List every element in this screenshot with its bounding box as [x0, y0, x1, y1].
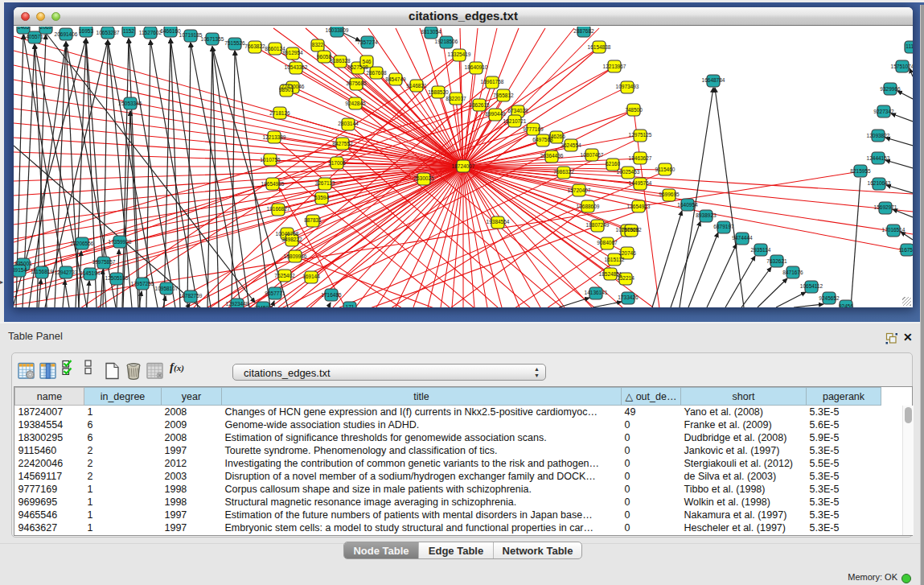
svg-text:9474444: 9474444 — [732, 235, 753, 241]
svg-text:1362615: 1362615 — [469, 102, 490, 108]
svg-text:252214: 252214 — [617, 275, 634, 281]
svg-text:3875685: 3875685 — [346, 80, 367, 86]
svg-text:9245652: 9245652 — [819, 295, 840, 301]
svg-text:12213389: 12213389 — [263, 134, 286, 140]
svg-text:12975125: 12975125 — [629, 132, 652, 138]
svg-text:2867608: 2867608 — [366, 70, 387, 76]
svg-text:18463627: 18463627 — [629, 155, 652, 161]
svg-text:17016514: 17016514 — [882, 227, 906, 233]
svg-text:1588520: 1588520 — [428, 89, 449, 95]
svg-text:12505185: 12505185 — [105, 275, 129, 281]
svg-text:6466160: 6466160 — [160, 28, 181, 34]
svg-text:746266: 746266 — [548, 134, 565, 139]
svg-text:8215955: 8215955 — [850, 168, 871, 174]
svg-text:20691406: 20691406 — [55, 31, 78, 37]
svg-text:887831: 887831 — [304, 217, 322, 223]
svg-text:10543362: 10543362 — [285, 64, 308, 70]
svg-text:8454749: 8454749 — [385, 76, 406, 82]
svg-text:18640910: 18640910 — [465, 64, 488, 70]
svg-text:16154838: 16154838 — [588, 44, 611, 50]
svg-text:748500: 748500 — [625, 107, 643, 113]
svg-text:19975857: 19975857 — [92, 259, 116, 265]
svg-text:10719185: 10719185 — [179, 32, 203, 38]
svg-text:9084067: 9084067 — [597, 240, 618, 245]
svg-text:16210643: 16210643 — [868, 180, 891, 186]
svg-text:8990448: 8990448 — [485, 111, 506, 117]
svg-text:12213967: 12213967 — [603, 64, 626, 69]
svg-text:2069: 2069 — [40, 27, 52, 30]
svg-text:9242845: 9242845 — [345, 101, 366, 106]
svg-text:1145194: 1145194 — [80, 270, 101, 276]
svg-text:9146821: 9146821 — [406, 83, 427, 89]
svg-text:8322: 8322 — [312, 42, 324, 47]
svg-text:14136141: 14136141 — [585, 290, 608, 295]
svg-text:3624554: 3624554 — [561, 142, 581, 148]
svg-text:1615112: 1615112 — [605, 257, 625, 262]
svg-text:3498222: 3498222 — [281, 237, 302, 242]
svg-text:6879197: 6879197 — [713, 224, 734, 229]
svg-text:9227342: 9227342 — [873, 109, 894, 114]
svg-text:15692971: 15692971 — [874, 204, 897, 210]
svg-text:18724007: 18724007 — [452, 163, 475, 169]
svg-text:835001: 835001 — [14, 261, 32, 266]
svg-text:546: 546 — [363, 59, 372, 64]
svg-text:9699695: 9699695 — [659, 192, 680, 197]
svg-text:18807249: 18807249 — [586, 222, 610, 228]
svg-text:171: 171 — [346, 304, 355, 307]
svg-text:20206556: 20206556 — [71, 241, 94, 246]
svg-text:6734028: 6734028 — [507, 108, 528, 113]
svg-text:10973493: 10973493 — [616, 84, 639, 89]
svg-text:1640954: 1640954 — [677, 202, 698, 208]
svg-text:2803144: 2803144 — [338, 121, 359, 126]
svg-text:1716485: 1716485 — [321, 292, 342, 298]
svg-text:19654985: 19654985 — [261, 181, 285, 187]
svg-text:39154: 39154 — [14, 267, 27, 273]
svg-text:13325419: 13325419 — [448, 51, 471, 57]
svg-text:169144: 169144 — [302, 274, 320, 279]
svg-text:7632621: 7632621 — [766, 258, 787, 264]
svg-text:7357274: 7357274 — [357, 39, 378, 45]
svg-text:12942737: 12942737 — [55, 270, 78, 275]
svg-text:10046758: 10046758 — [276, 231, 299, 237]
svg-text:9329966: 9329966 — [880, 86, 901, 92]
svg-text:7663822: 7663822 — [244, 43, 265, 49]
svg-text:2935114: 2935114 — [751, 247, 771, 253]
svg-text:9115460: 9115460 — [655, 167, 676, 172]
svg-text:8938923: 8938923 — [696, 212, 717, 218]
svg-text:16953: 16953 — [79, 28, 93, 34]
svg-text:8813054: 8813054 — [421, 29, 441, 35]
svg-text:15809946: 15809946 — [284, 253, 307, 259]
svg-text:92456: 92456 — [839, 303, 853, 307]
svg-text:12444153: 12444153 — [867, 155, 890, 161]
svg-text:8471676: 8471676 — [782, 270, 803, 275]
svg-text:10958107: 10958107 — [155, 286, 179, 291]
svg-text:11527602: 11527602 — [139, 30, 162, 35]
svg-text:1010755: 1010755 — [260, 157, 281, 163]
svg-text:3267113: 3267113 — [315, 180, 335, 186]
svg-text:8427552: 8427552 — [332, 141, 353, 146]
svg-text:120746: 120746 — [618, 250, 636, 256]
svg-text:7515526: 7515526 — [224, 40, 245, 46]
svg-text:15751074: 15751074 — [891, 64, 913, 69]
svg-text:62160: 62160 — [606, 161, 620, 167]
svg-text:1117: 1117 — [906, 43, 913, 49]
svg-text:12923448: 12923448 — [226, 301, 249, 307]
svg-text:16782759: 16782759 — [179, 293, 203, 299]
svg-text:16648784: 16648784 — [702, 77, 725, 83]
svg-text:14055712: 14055712 — [23, 34, 47, 39]
svg-text:1975692: 1975692 — [621, 227, 642, 233]
svg-text:98901: 98901 — [279, 87, 294, 93]
svg-text:1152: 1152 — [123, 28, 134, 34]
svg-text:16033809: 16033809 — [326, 27, 349, 33]
svg-text:53594: 53594 — [314, 195, 329, 200]
svg-text:25053346: 25053346 — [119, 101, 142, 106]
svg-text:13654923: 13654923 — [627, 204, 651, 209]
svg-text:10654112: 10654112 — [800, 283, 823, 289]
svg-text:16210721: 16210721 — [503, 118, 527, 124]
svg-text:7955812: 7955812 — [493, 93, 514, 98]
svg-text:19384554: 19384554 — [487, 219, 510, 225]
svg-text:19218506: 19218506 — [435, 39, 458, 44]
svg-text:2718126: 2718126 — [269, 110, 290, 116]
svg-text:7625402: 7625402 — [274, 273, 295, 278]
svg-text:10025453: 10025453 — [617, 169, 640, 175]
